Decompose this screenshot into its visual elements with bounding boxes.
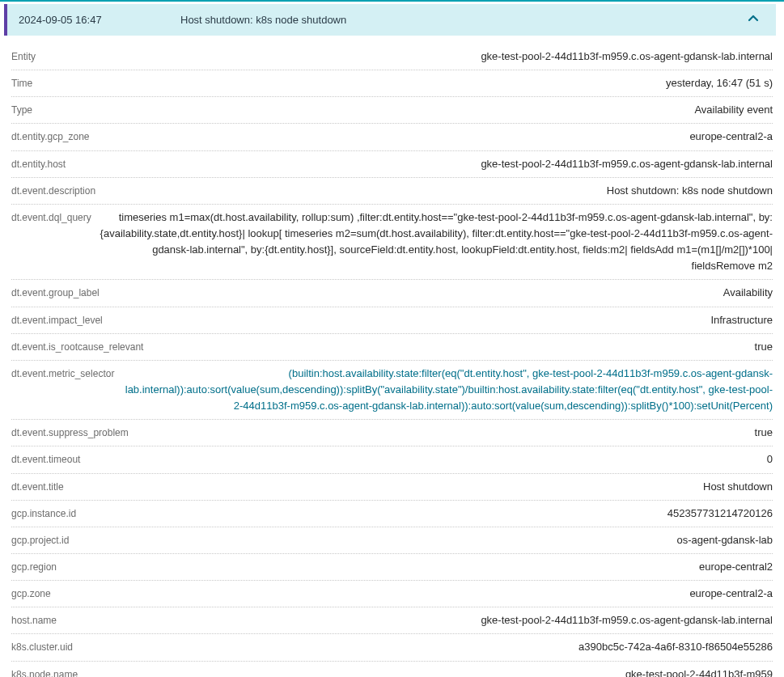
detail-value: timeseries m1=max(dt.host.availability, … (100, 209, 773, 275)
detail-label: Entity (11, 51, 36, 62)
detail-row: dt.event.titleHost shutdown (11, 474, 773, 501)
detail-value-link[interactable]: (builtin:host.availability.state:filter(… (122, 366, 773, 414)
detail-row: host.namegke-test-pool-2-44d11b3f-m959.c… (11, 607, 773, 634)
detail-label: dt.entity.host (11, 159, 66, 170)
detail-row: k8s.node.namegke-test-pool-2-44d11b3f-m9… (11, 662, 773, 677)
detail-value: gke-test-pool-2-44d11b3f-m959 (86, 666, 773, 677)
detail-label: dt.event.is_rootcause_relevant (11, 341, 143, 353)
detail-row: gcp.regioneurope-central2 (11, 554, 773, 581)
detail-value: 0 (88, 451, 773, 468)
detail-row: dt.event.is_rootcause_relevanttrue (11, 334, 773, 361)
detail-row: dt.event.group_labelAvailability (11, 280, 773, 307)
detail-value: yesterday, 16:47 (51 s) (40, 75, 773, 91)
detail-value: Infrastructure (111, 312, 773, 328)
detail-label: dt.event.timeout (11, 454, 80, 465)
detail-label: dt.event.metric_selector (11, 368, 114, 379)
detail-label: dt.entity.gcp_zone (11, 131, 90, 142)
event-panel: 2024-09-05 16:47 Host shutdown: k8s node… (0, 0, 784, 677)
event-details: Entitygke-test-pool-2-44d11b3f-m959.c.os… (0, 44, 784, 677)
detail-row: Timeyesterday, 16:47 (51 s) (11, 70, 773, 97)
detail-row: TypeAvailability event (11, 97, 773, 124)
detail-label: gcp.project.id (11, 535, 69, 546)
detail-value: os-agent-gdansk-lab (77, 532, 773, 548)
detail-label: dt.event.title (11, 481, 64, 493)
detail-value: europe-central2-a (59, 586, 773, 602)
detail-row: dt.event.metric_selector(builtin:host.av… (11, 361, 773, 420)
panel-header[interactable]: 2024-09-05 16:47 Host shutdown: k8s node… (4, 4, 776, 36)
detail-row: dt.entity.gcp_zoneeurope-central2-a (11, 124, 773, 150)
detail-row: dt.entity.hostgke-test-pool-2-44d11b3f-m… (11, 151, 773, 178)
detail-label: Type (11, 104, 32, 116)
detail-label: gcp.zone (11, 588, 51, 599)
detail-label: host.name (11, 615, 57, 626)
detail-row: dt.event.dql_querytimeseries m1=max(dt.h… (11, 205, 773, 281)
detail-label: dt.event.suppress_problem (11, 427, 129, 438)
detail-value: gke-test-pool-2-44d11b3f-m959.c.os-agent… (74, 156, 773, 172)
detail-label: k8s.node.name (11, 669, 78, 677)
detail-value: Host shutdown: k8s node shutdown (104, 183, 773, 199)
detail-value: europe-central2-a (98, 129, 773, 145)
detail-row: gcp.instance.id452357731214720126 (11, 501, 773, 527)
detail-label: dt.event.group_label (11, 287, 100, 298)
chevron-up-icon[interactable] (747, 12, 760, 28)
detail-value: Availability event (40, 102, 773, 118)
detail-row: gcp.zoneeurope-central2-a (11, 581, 773, 607)
detail-value: Availability (108, 285, 773, 301)
detail-row: Entitygke-test-pool-2-44d11b3f-m959.c.os… (11, 44, 773, 70)
event-date: 2024-09-05 16:47 (19, 14, 180, 26)
detail-label: dt.event.dql_query (11, 212, 91, 223)
detail-row: dt.event.timeout0 (11, 446, 773, 473)
detail-label: k8s.cluster.uid (11, 641, 73, 653)
detail-value: gke-test-pool-2-44d11b3f-m959.c.os-agent… (65, 612, 773, 628)
detail-label: gcp.region (11, 561, 57, 573)
detail-value: true (137, 425, 773, 441)
detail-label: dt.event.impact_level (11, 315, 103, 326)
detail-row: dt.event.suppress_problemtrue (11, 420, 773, 446)
detail-row: dt.event.impact_levelInfrastructure (11, 307, 773, 334)
detail-label: dt.event.description (11, 185, 95, 197)
event-title: Host shutdown: k8s node shutdown (180, 14, 747, 26)
detail-value: a390bc5c-742a-4a6f-8310-f86504e55286 (81, 639, 773, 655)
detail-value: 452357731214720126 (84, 506, 773, 522)
detail-row: k8s.cluster.uida390bc5c-742a-4a6f-8310-f… (11, 634, 773, 661)
detail-row: dt.event.descriptionHost shutdown: k8s n… (11, 178, 773, 205)
detail-label: Time (11, 78, 32, 89)
detail-value: europe-central2 (65, 559, 773, 575)
detail-value: gke-test-pool-2-44d11b3f-m959.c.os-agent… (44, 49, 773, 65)
detail-row: gcp.project.idos-agent-gdansk-lab (11, 527, 773, 554)
detail-value: Host shutdown (72, 479, 773, 495)
detail-label: gcp.instance.id (11, 508, 76, 519)
detail-value: true (151, 339, 773, 355)
